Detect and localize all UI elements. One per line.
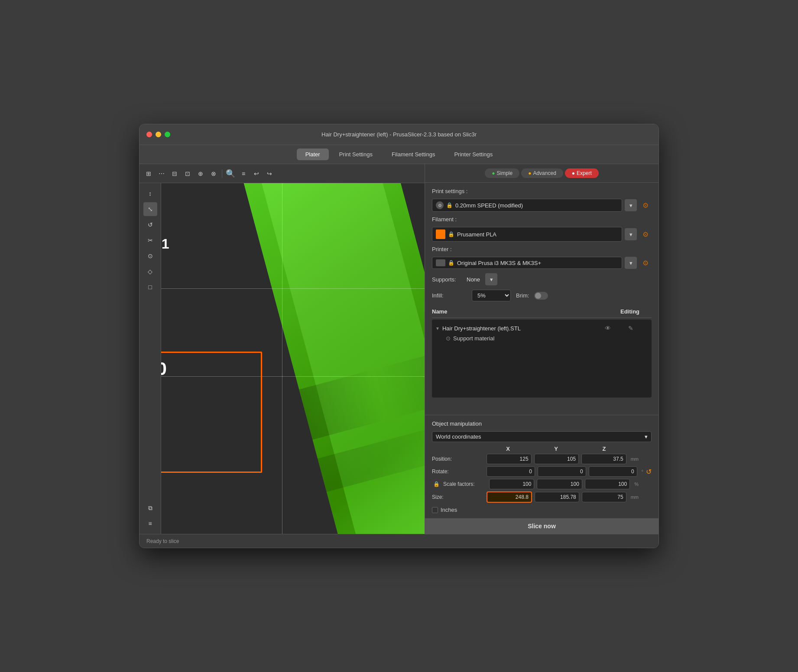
rotate-x-input[interactable] <box>487 466 535 477</box>
copy-icon[interactable]: ⊟ <box>169 168 180 179</box>
move-tool-icon[interactable]: ↕ <box>143 187 157 200</box>
paste-icon[interactable]: ⊡ <box>182 168 193 179</box>
ruler-v1 <box>282 183 282 534</box>
inches-label: Inches <box>441 507 457 513</box>
print-settings-value: 0.20mm SPEED (modified) <box>455 202 523 209</box>
advanced-mode-button[interactable]: Advanced <box>521 168 563 178</box>
3d-canvas[interactable]: 11 0 9 <box>139 183 425 534</box>
object-item-parent[interactable]: ▼ Hair Dry+straightener (left).STL 👁 ✎ <box>435 323 648 333</box>
scale-tool-icon[interactable]: ⤡ <box>143 202 157 216</box>
print-settings-gear-button[interactable]: ⚙ <box>639 199 652 211</box>
infill-row: Infill: 5% 10% 20% Brim: <box>432 290 652 301</box>
print-settings-dropdown[interactable]: ⚙ 🔒 0.20mm SPEED (modified) <box>432 199 622 212</box>
col-name-header: Name <box>432 308 608 315</box>
supports-label: Supports: <box>432 276 467 283</box>
size-y-input[interactable] <box>535 492 579 502</box>
supports-expand-button[interactable]: ▾ <box>485 273 497 285</box>
supports-value: None <box>467 276 480 283</box>
inches-row: Inches <box>432 505 652 513</box>
minimize-button[interactable] <box>156 132 161 137</box>
printer-control-inner: 🔒 Original Prusa i3 MK3S & MK3S+ ▾ ⚙ <box>432 257 652 269</box>
select-icon[interactable]: ⋯ <box>156 168 167 179</box>
inches-checkbox[interactable] <box>432 507 438 513</box>
add-object-icon[interactable]: ⊞ <box>143 168 154 179</box>
slice-button[interactable]: Slice now <box>425 518 659 534</box>
cut-tool-icon[interactable]: ✂ <box>143 233 157 247</box>
scale-lock-container: 🔒 <box>432 481 441 487</box>
tab-printer-settings[interactable]: Printer Settings <box>445 149 501 160</box>
print-settings-expand-button[interactable]: ▾ <box>625 199 637 211</box>
mirror-icon[interactable]: ⊕ <box>195 168 206 179</box>
filament-lock-icon: 🔒 <box>448 231 454 237</box>
coord-dropdown[interactable]: World coordinates ▾ <box>432 431 652 442</box>
filament-dropdown[interactable]: 🔒 Prusament PLA <box>432 227 622 242</box>
printer-expand-button[interactable]: ▾ <box>625 257 637 269</box>
close-button[interactable] <box>146 132 152 137</box>
size-x-input[interactable] <box>487 491 532 503</box>
rotate-reset-button[interactable]: ↺ <box>646 468 652 476</box>
redo-icon[interactable]: ↪ <box>264 168 275 179</box>
filament-control: 🔒 Prusament PLA ▾ ⚙ <box>432 227 652 242</box>
printer-dropdown[interactable]: 🔒 Original Prusa i3 MK3S & MK3S+ <box>432 257 622 269</box>
undo-icon[interactable]: ↩ <box>251 168 262 179</box>
infill-select[interactable]: 5% 10% 20% <box>472 290 511 301</box>
size-row: Size: mm <box>432 491 652 503</box>
filament-gear-button[interactable]: ⚙ <box>639 228 652 240</box>
canvas-area[interactable]: 11 0 9 <box>139 183 425 534</box>
fdm-tool-icon[interactable]: □ <box>143 280 157 294</box>
position-label: Position: <box>432 456 484 462</box>
simple-mode-button[interactable]: Simple <box>485 168 519 178</box>
filament-expand-button[interactable]: ▾ <box>625 228 637 240</box>
rotate-y-input[interactable] <box>538 466 586 477</box>
position-x-input[interactable] <box>487 454 532 464</box>
status-bar: Ready to slice <box>139 534 659 548</box>
rotate-tool-icon[interactable]: ↺ <box>143 218 157 232</box>
left-toolbar: ↕ ⤡ ↺ ✂ ⊙ ◇ □ ⧉ ≡ <box>139 183 161 534</box>
brim-toggle[interactable] <box>534 292 548 300</box>
expert-mode-button[interactable]: Expert <box>565 168 599 178</box>
object-manipulation-section: Object manipulation World coordinates ▾ … <box>425 415 659 518</box>
rotate-unit: ° <box>640 469 643 474</box>
position-z-input[interactable] <box>581 454 626 464</box>
support-tool-icon[interactable]: ⊙ <box>143 249 157 263</box>
filament-label: Filament : <box>432 216 467 223</box>
size-z-input[interactable] <box>582 492 626 502</box>
sla-tool-icon[interactable]: ⧉ <box>143 501 157 515</box>
tab-bar: Plater Print Settings Filament Settings … <box>139 145 659 164</box>
edit-icon[interactable]: ✎ <box>613 325 648 332</box>
right-panel: Simple Advanced Expert Print settings : … <box>425 164 659 534</box>
scale-x-input[interactable] <box>489 479 534 489</box>
position-y-input[interactable] <box>534 454 579 464</box>
filament-row-label: Filament : <box>432 216 652 223</box>
maximize-button[interactable] <box>165 132 170 137</box>
rotate-z-input[interactable] <box>589 466 637 477</box>
position-unit: mm <box>629 456 639 462</box>
printer-gear-button[interactable]: ⚙ <box>639 257 652 269</box>
scale-y-input[interactable] <box>537 479 582 489</box>
filament-control-inner: 🔒 Prusament PLA ▾ ⚙ <box>432 227 652 242</box>
viewport: ⊞ ⋯ ⊟ ⊡ ⊕ ⊗ 🔍 ≡ ↩ ↪ ↕ ⤡ ↺ ✂ ⊙ ◇ □ <box>139 164 425 534</box>
search-icon[interactable]: 🔍 <box>225 168 236 179</box>
scale-row: 🔒 Scale factors: % <box>432 479 652 489</box>
col-z-header: Z <box>580 446 628 452</box>
print-settings-control: ⚙ 🔒 0.20mm SPEED (modified) ▾ ⚙ <box>432 199 652 212</box>
tab-filament-settings[interactable]: Filament Settings <box>383 149 444 160</box>
position-row: Position: mm <box>432 454 652 464</box>
scale-z-input[interactable] <box>585 479 630 489</box>
printer-control: 🔒 Original Prusa i3 MK3S & MK3S+ ▾ ⚙ <box>432 257 652 269</box>
mode-selector: Simple Advanced Expert <box>425 164 659 183</box>
tab-print-settings[interactable]: Print Settings <box>331 149 381 160</box>
object-item-child[interactable]: ⊙ Support material <box>435 333 648 343</box>
status-text: Ready to slice <box>146 538 179 544</box>
arrange-icon[interactable]: ⊗ <box>208 168 219 179</box>
selection-box <box>154 352 262 473</box>
seam-tool-icon[interactable]: ◇ <box>143 265 157 278</box>
size-unit: mm <box>629 494 639 500</box>
arrange-left-icon[interactable]: ≡ <box>143 517 157 530</box>
3d-model <box>237 183 425 534</box>
col-y-header: Y <box>532 446 580 452</box>
tab-plater[interactable]: Plater <box>297 149 329 160</box>
visibility-icon[interactable]: 👁 <box>605 325 611 332</box>
scale-lock-icon[interactable]: 🔒 <box>433 481 440 487</box>
layers-icon[interactable]: ≡ <box>238 168 249 179</box>
